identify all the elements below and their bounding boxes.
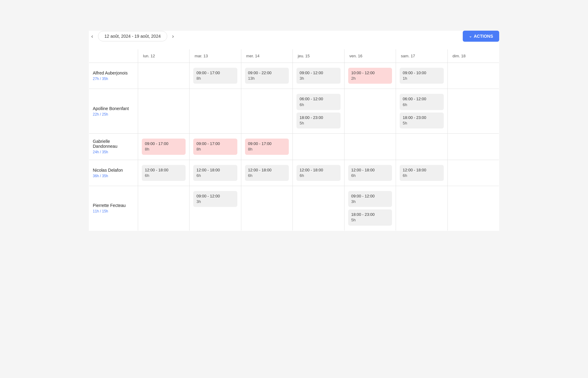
cell-mar13[interactable]: 09:00 - 12:003h [190,186,241,231]
shift-time: 09:00 - 12:00 [196,193,234,199]
cell-ven16[interactable]: 09:00 - 12:003h18:00 - 23:005h [344,186,396,231]
employee-cell: Gabrielle Dandonneau 24h / 35h [89,134,138,160]
cell-dim18[interactable] [447,160,499,186]
col-dim18: dim. 18 [447,49,499,63]
cell-dim18[interactable] [447,63,499,89]
cell-jeu15[interactable] [293,134,344,160]
shift-block[interactable]: 12:00 - 18:006h [400,165,443,181]
cell-mer14[interactable]: 09:00 - 17:008h [241,134,292,160]
table-row: Alfred Auberjonois 27h / 35h 09:00 - 17:… [89,63,499,89]
shift-block[interactable]: 09:00 - 10:001h [400,68,443,84]
employee-hours: 27h / 35h [93,77,134,81]
next-week-button[interactable]: › [170,32,176,41]
shift-duration: 6h [248,173,286,178]
col-mar13: mar. 13 [190,49,241,63]
col-sam17: sam. 17 [396,49,447,63]
shift-time: 09:00 - 17:00 [196,70,234,76]
cell-dim18[interactable] [447,186,499,231]
shift-duration: 6h [145,173,183,178]
shift-duration: 8h [248,147,286,152]
prev-week-button[interactable]: ‹ [89,32,96,41]
employee-cell: Nicolas Delafon 36h / 35h [89,160,138,186]
actions-button[interactable]: ⌄ ACTIONS [463,31,499,42]
col-jeu15: jeu. 15 [293,49,344,63]
shift-block[interactable]: 12:00 - 18:006h [245,165,289,181]
cell-mar13[interactable]: 12:00 - 18:006h [190,160,241,186]
shift-duration: 13h [248,76,286,81]
shift-duration: 5h [300,120,337,126]
employee-cell: Alfred Auberjonois 27h / 35h [89,63,138,89]
shift-block[interactable]: 12:00 - 18:006h [142,165,186,181]
shift-block[interactable]: 09:00 - 22:0013h [245,68,289,84]
toolbar: ‹ 12 août, 2024 - 19 août, 2024 › ⌄ ACTI… [89,31,499,49]
shift-block[interactable]: 09:00 - 12:003h [348,191,392,207]
cell-jeu15[interactable]: 06:00 - 12:006h18:00 - 23:005h [293,89,344,134]
cell-ven16[interactable]: 12:00 - 18:006h [344,160,396,186]
cell-sam17[interactable]: 12:00 - 18:006h [396,160,447,186]
shift-block[interactable]: 18:00 - 23:005h [348,209,392,225]
shift-duration: 8h [196,147,234,152]
shift-block[interactable]: 09:00 - 17:008h [245,139,289,155]
cell-lun12[interactable]: 12:00 - 18:006h [138,160,190,186]
shift-block[interactable]: 12:00 - 18:006h [193,165,237,181]
employee-name: Apolline Bonenfant [93,106,134,111]
shift-duration: 8h [145,147,183,152]
cell-lun12[interactable]: 09:00 - 17:008h [138,134,190,160]
shift-block[interactable]: 06:00 - 12:006h [296,94,340,110]
cell-mer14[interactable]: 09:00 - 22:0013h [241,63,292,89]
shift-time: 09:00 - 17:00 [196,141,234,147]
shift-time: 10:00 - 12:00 [351,70,389,76]
cell-sam17[interactable]: 09:00 - 10:001h [396,63,447,89]
cell-ven16[interactable] [344,134,396,160]
shift-block[interactable]: 10:00 - 12:002h [348,68,392,84]
shift-block[interactable]: 09:00 - 17:008h [193,139,237,155]
shift-block[interactable]: 18:00 - 23:005h [400,113,443,128]
cell-ven16[interactable] [344,89,396,134]
shift-block[interactable]: 09:00 - 12:003h [193,191,237,207]
cell-mar13[interactable]: 09:00 - 17:008h [190,134,241,160]
shift-time: 09:00 - 12:00 [351,193,389,199]
shift-time: 12:00 - 18:00 [351,167,389,173]
cell-dim18[interactable] [447,134,499,160]
shift-block[interactable]: 09:00 - 12:003h [296,68,340,84]
shift-block[interactable]: 18:00 - 23:005h [296,113,340,128]
shift-duration: 5h [351,217,389,223]
shift-block[interactable]: 12:00 - 18:006h [296,165,340,181]
cell-jeu15[interactable]: 09:00 - 12:003h [293,63,344,89]
cell-jeu15[interactable]: 12:00 - 18:006h [293,160,344,186]
shift-time: 09:00 - 10:00 [403,70,440,76]
cell-mer14[interactable]: 12:00 - 18:006h [241,160,292,186]
cell-lun12[interactable] [138,63,190,89]
cell-mar13[interactable] [190,89,241,134]
shift-block[interactable]: 09:00 - 17:008h [193,68,237,84]
shift-duration: 6h [403,173,440,178]
date-range-button[interactable]: 12 août, 2024 - 19 août, 2024 [98,31,167,41]
shift-duration: 6h [300,102,337,108]
shift-time: 12:00 - 18:00 [248,167,286,173]
shift-duration: 6h [403,102,440,108]
cell-lun12[interactable] [138,186,190,231]
cell-sam17[interactable] [396,134,447,160]
table-row: Apolline Bonenfant 22h / 25h 06:00 - 12:… [89,89,499,134]
shift-time: 09:00 - 17:00 [248,141,286,147]
cell-mer14[interactable] [241,89,292,134]
cell-sam17[interactable]: 06:00 - 12:006h18:00 - 23:005h [396,89,447,134]
shift-duration: 6h [300,173,337,178]
cell-jeu15[interactable] [293,186,344,231]
employee-hours: 36h / 35h [93,174,134,178]
cell-mar13[interactable]: 09:00 - 17:008h [190,63,241,89]
col-lun12: lun. 12 [138,49,190,63]
cell-mer14[interactable] [241,186,292,231]
cell-dim18[interactable] [447,89,499,134]
shift-time: 09:00 - 22:00 [248,70,286,76]
shift-block[interactable]: 12:00 - 18:006h [348,165,392,181]
shift-time: 09:00 - 12:00 [300,70,337,76]
shift-duration: 2h [351,76,389,81]
actions-label: ACTIONS [474,34,493,39]
cell-ven16[interactable]: 10:00 - 12:002h [344,63,396,89]
shift-block[interactable]: 06:00 - 12:006h [400,94,443,110]
shift-block[interactable]: 09:00 - 17:008h [142,139,186,155]
shift-duration: 6h [351,173,389,178]
cell-lun12[interactable] [138,89,190,134]
cell-sam17[interactable] [396,186,447,231]
